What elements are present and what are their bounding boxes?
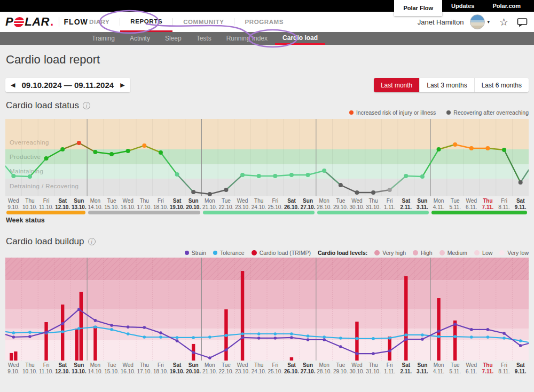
week-status-segment	[317, 211, 429, 214]
axis-dow: Tue	[447, 362, 464, 369]
axis-date: 27.10.	[300, 369, 316, 375]
axis-date: 4.11.	[430, 204, 447, 211]
axis-day-fri-1-11: Fri1.11.	[381, 198, 398, 211]
subnav-item-sleep[interactable]: Sleep	[158, 32, 189, 45]
axis-date: 24.10.	[250, 369, 267, 375]
axis-day-sun-3-11: Sun3.11.	[414, 198, 431, 211]
axis-dow: Fri	[267, 362, 284, 369]
axis-dow: Fri	[38, 362, 54, 369]
axis-dow: Mon	[87, 198, 104, 204]
week-status-segment	[88, 211, 200, 214]
user-name[interactable]: Janet Hamilton	[418, 18, 464, 26]
chevron-down-icon[interactable]: ▾	[487, 19, 490, 25]
axis-dow: Sat	[398, 198, 414, 204]
nav-item-programs[interactable]: PROGRAMS	[234, 12, 294, 32]
axis-day-mon-4-11: Mon4.11.	[430, 362, 447, 375]
axis-day-sun-20-10: Sun20.10.	[185, 362, 202, 375]
axis-day-sat-26-10: Sat26.10.	[284, 362, 300, 375]
axis-date: 19.10.	[169, 369, 185, 375]
axis-dow: Thu	[365, 362, 382, 369]
axis-date: 15.10.	[104, 369, 120, 375]
legend-item-tolerance: Tolerance	[213, 250, 245, 256]
subnav-item-running-index[interactable]: Running Index	[219, 32, 275, 45]
legend-label: Medium	[447, 250, 467, 256]
subnav-item-training[interactable]: Training	[84, 32, 122, 45]
axis-date: 10.10.	[22, 204, 38, 211]
topbar-tab-updates[interactable]: Updates	[442, 0, 483, 12]
top-bar: Polar FlowUpdatesPolar.com	[0, 0, 534, 12]
cardio-load-status-chart[interactable]: OverreachingProductiveMaintainingDetrain…	[5, 119, 529, 196]
topbar-tab-polar-flow[interactable]: Polar Flow	[394, 0, 442, 16]
axis-day-thu-24-10: Thu24.10.	[250, 362, 267, 375]
legend-label: Strain	[192, 250, 206, 256]
svg-text:Productive: Productive	[10, 154, 41, 160]
last-month-button[interactable]: Last month	[374, 78, 419, 92]
nav-item-community[interactable]: COMMUNITY	[173, 12, 234, 32]
axis-dow: Wed	[5, 198, 22, 204]
axis-day-wed-30-10: Wed30.10.	[349, 362, 365, 375]
axis-dow: Sat	[54, 198, 71, 204]
axis-dow: Sun	[71, 362, 88, 369]
axis-dow: Fri	[496, 362, 513, 369]
axis-day-tue-15-10: Tue15.10.	[104, 362, 120, 375]
polar-logo[interactable]: PLAR.	[5, 15, 54, 29]
axis-date: 25.10.	[267, 369, 284, 375]
axis-date: 9.10.	[5, 204, 22, 211]
axis-day-thu-24-10: Thu24.10.	[250, 198, 267, 211]
axis-day-mon-28-10: Mon28.10.	[316, 362, 333, 375]
prev-period-button[interactable]: ◀	[9, 82, 17, 89]
legend-dot-icon	[185, 251, 189, 255]
axis-day-sat-26-10: Sat26.10.	[284, 198, 300, 211]
axis-dow: Fri	[153, 362, 169, 369]
axis-dow: Mon	[430, 362, 447, 369]
axis-dow: Thu	[250, 362, 267, 369]
axis-date: 28.10.	[316, 369, 333, 375]
axis-dow: Mon	[202, 198, 218, 204]
favorites-star-icon[interactable]: ☆	[499, 16, 508, 28]
week-status-segment	[431, 211, 527, 214]
axis-date: 16.10.	[120, 369, 136, 375]
axis-date: 5.11.	[447, 204, 464, 211]
feedback-bubble-icon[interactable]	[517, 18, 528, 27]
avatar[interactable]	[470, 14, 485, 29]
axis-day-fri-8-11: Fri8.11.	[496, 198, 513, 211]
subnav-item-cardio-load[interactable]: Cardio load	[275, 32, 325, 45]
axis-dow: Tue	[104, 198, 120, 204]
axis-date: 23.10.	[234, 369, 251, 375]
topbar-tab-polar-com[interactable]: Polar.com	[483, 0, 530, 12]
axis-date: 2.11.	[398, 369, 414, 375]
axis-day-mon-21-10: Mon21.10.	[202, 198, 218, 211]
axis-dow: Sat	[54, 362, 71, 369]
axis-date: 20.10.	[185, 204, 202, 211]
axis-dow: Fri	[381, 362, 398, 369]
axis-date: 11.10.	[38, 369, 54, 375]
axis-day-mon-14-10: Mon14.10.	[87, 198, 104, 211]
legend-dot-icon	[413, 250, 418, 255]
info-icon[interactable]: i	[88, 238, 96, 245]
axis-dow: Thu	[250, 198, 267, 204]
axis-date: 26.10.	[284, 369, 300, 375]
axis-date: 15.10.	[104, 204, 120, 211]
status-legend: Increased risk of injury or illnessRecov…	[349, 109, 529, 116]
axis-dow: Fri	[381, 198, 398, 204]
axis-date: 13.10.	[71, 369, 88, 375]
last-6-months-button[interactable]: Last 6 months	[474, 78, 529, 92]
axis-day-sat-2-11: Sat2.11.	[398, 362, 414, 375]
next-period-button[interactable]: ▶	[118, 82, 127, 89]
axis-dow: Sat	[398, 362, 414, 369]
axis-date: 28.10.	[316, 204, 333, 211]
axis-dow: Wed	[5, 362, 22, 369]
axis-day-wed-6-11: Wed6.11.	[464, 198, 480, 211]
axis-dow: Thu	[136, 362, 153, 369]
last-3-months-button[interactable]: Last 3 months	[419, 78, 474, 92]
axis-day-fri-18-10: Fri18.10.	[153, 198, 169, 211]
cardio-load-buildup-chart[interactable]	[5, 258, 529, 361]
subnav-item-activity[interactable]: Activity	[122, 32, 158, 45]
nav-item-diary[interactable]: DIARY	[79, 12, 120, 32]
info-icon[interactable]: i	[83, 102, 90, 109]
nav-item-reports[interactable]: REPORTS	[120, 12, 172, 32]
axis-day-tue-15-10: Tue15.10.	[104, 198, 120, 211]
axis-day-wed-23-10: Wed23.10.	[234, 198, 251, 211]
axis-dow: Tue	[447, 198, 464, 204]
subnav-item-tests[interactable]: Tests	[189, 32, 219, 45]
